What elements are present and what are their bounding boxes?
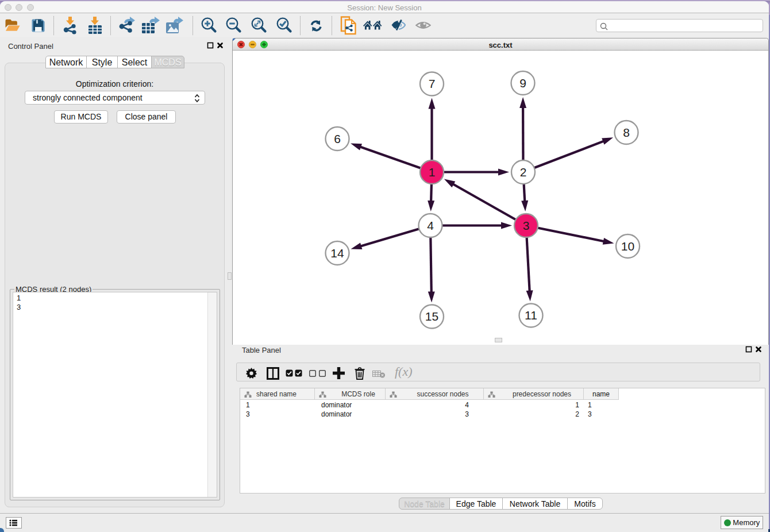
svg-text:7: 7	[429, 77, 436, 90]
svg-text:9: 9	[519, 76, 526, 90]
svg-text:15: 15	[425, 310, 438, 323]
svg-text:4: 4	[427, 219, 434, 232]
svg-text:1: 1	[429, 165, 436, 179]
svg-text:14: 14	[330, 246, 344, 260]
svg-text:6: 6	[334, 132, 341, 145]
svg-text:8: 8	[623, 126, 630, 139]
svg-text:2: 2	[520, 165, 527, 179]
svg-text:11: 11	[525, 309, 537, 322]
svg-text:3: 3	[523, 219, 530, 232]
svg-text:10: 10	[621, 240, 634, 253]
